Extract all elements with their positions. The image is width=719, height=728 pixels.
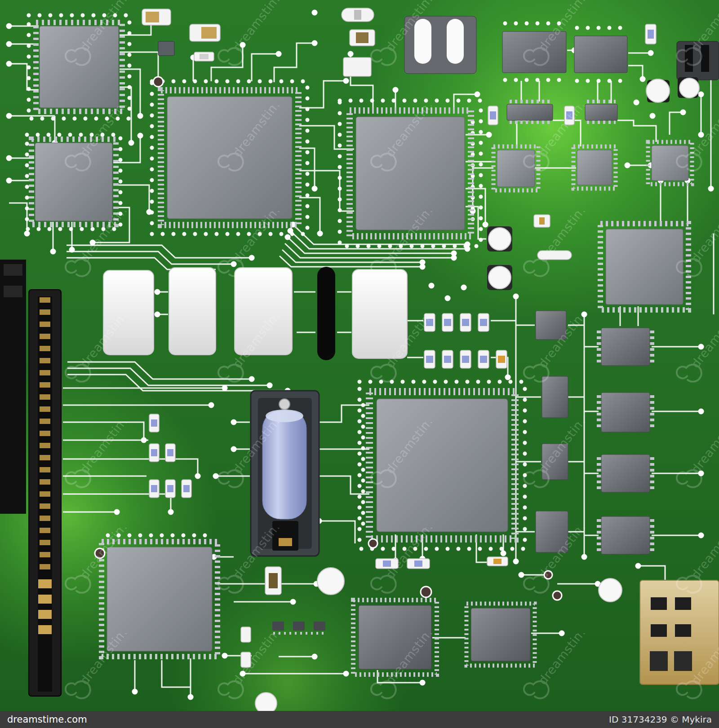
circuit-board-image: dreamstime (0, 0, 719, 728)
circuit-board-graphic: dreamstime (0, 0, 719, 728)
watermark-tiles (0, 0, 719, 711)
watermark-footer-bar: dreamstime.com ID 31734239 © Mykira (0, 711, 719, 728)
footer-credit: ID 31734239 © Mykira (609, 714, 712, 725)
footer-site: dreamstime.com (7, 714, 87, 725)
